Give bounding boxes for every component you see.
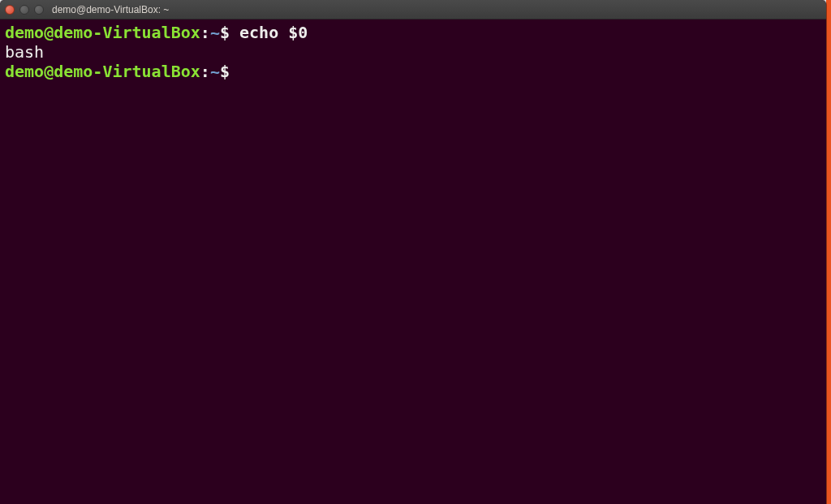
prompt-path: ~ [210, 62, 220, 81]
desktop-right-edge [826, 0, 831, 504]
prompt-user-host: demo@demo-VirtualBox [5, 23, 200, 42]
window-titlebar[interactable]: demo@demo-VirtualBox: ~ [0, 0, 826, 19]
prompt-user-host: demo@demo-VirtualBox [5, 62, 200, 81]
command-text: echo $0 [230, 23, 308, 42]
terminal-body[interactable]: demo@demo-VirtualBox:~$ echo $0bashdemo@… [0, 19, 826, 504]
prompt-separator: : [200, 62, 210, 81]
terminal-line: demo@demo-VirtualBox:~$ echo $0 [5, 23, 821, 42]
window-title: demo@demo-VirtualBox: ~ [52, 4, 169, 15]
close-icon[interactable] [5, 5, 15, 15]
prompt-path: ~ [210, 23, 220, 42]
terminal-line: demo@demo-VirtualBox:~$ [5, 62, 821, 81]
maximize-icon[interactable] [34, 5, 44, 15]
prompt-dollar: $ [220, 23, 230, 42]
output-text: bash [5, 42, 44, 62]
window-controls [5, 5, 44, 15]
terminal-line: bash [5, 42, 821, 62]
terminal-window: demo@demo-VirtualBox: ~ demo@demo-Virtua… [0, 0, 826, 504]
minimize-icon[interactable] [19, 5, 29, 15]
prompt-separator: : [200, 23, 210, 42]
prompt-dollar: $ [220, 62, 230, 81]
